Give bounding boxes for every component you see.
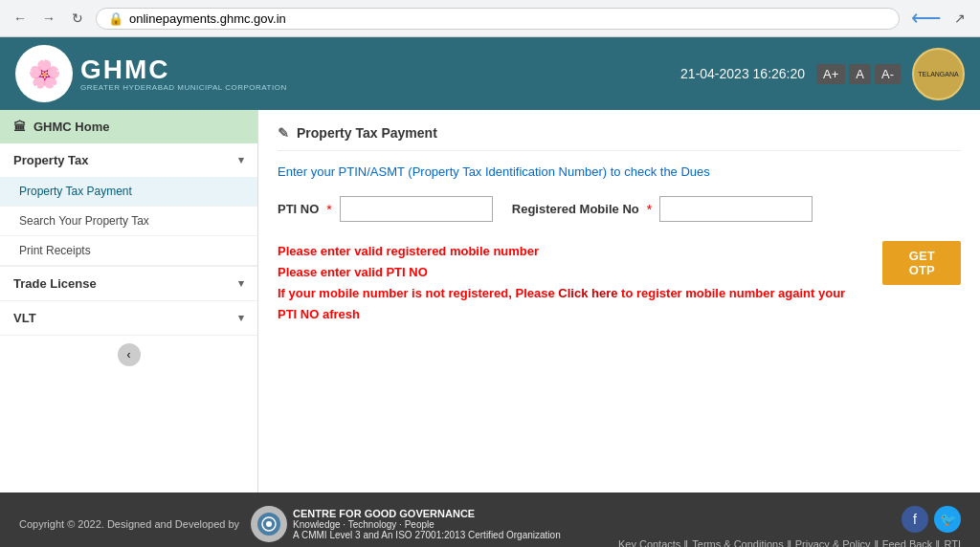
footer-links: Key Contacts ‖ Terms & Conditions ‖ Priv… bbox=[618, 538, 961, 547]
forward-button[interactable]: → bbox=[38, 8, 59, 29]
sidebar-home-label: GHMC Home bbox=[33, 120, 109, 134]
lock-icon: 🔒 bbox=[108, 11, 123, 26]
footer-link-separator: ‖ bbox=[874, 538, 882, 547]
sidebar-section-property-tax: Property Tax ▾ Property Tax Payment Sear… bbox=[0, 143, 257, 267]
property-tax-label: Property Tax bbox=[13, 153, 89, 167]
sidebar-item-print-receipts[interactable]: Print Receipts bbox=[0, 236, 257, 266]
pti-form-group: PTI NO * bbox=[278, 196, 493, 222]
sidebar-item-label: Search Your Property Tax bbox=[19, 214, 149, 228]
browser-chrome: ← → ↻ 🔒 ⟵ ↗ bbox=[0, 0, 980, 37]
font-large-button[interactable]: A+ bbox=[816, 64, 845, 84]
logo-circle: 🌸 bbox=[15, 45, 73, 102]
footer-left: Copyright © 2022. Designed and Developed… bbox=[19, 506, 561, 542]
refresh-button[interactable]: ↻ bbox=[67, 8, 88, 29]
chevron-down-icon: ▾ bbox=[238, 277, 244, 290]
sidebar-vlt-header[interactable]: VLT ▾ bbox=[0, 301, 257, 335]
page-title: Property Tax Payment bbox=[297, 125, 437, 141]
error-pti: Please enter valid PTI NO bbox=[278, 262, 858, 283]
trade-license-label: Trade License bbox=[13, 276, 97, 291]
svg-point-2 bbox=[266, 521, 272, 527]
cgg-logo-icon bbox=[251, 506, 287, 542]
logo-text-area: GHMC GREATER HYDERABAD MUNICIPAL CORPORA… bbox=[80, 56, 287, 92]
state-emblem: TELANGANA bbox=[912, 48, 965, 100]
footer-link-terms[interactable]: Terms & Conditions bbox=[692, 538, 783, 547]
home-icon: 🏛 bbox=[13, 120, 26, 134]
copyright-text: Copyright © 2022. Designed and Developed… bbox=[19, 518, 239, 530]
mobile-required-star: * bbox=[647, 202, 652, 217]
footer-right: f 🐦 Key Contacts ‖ Terms & Conditions ‖ … bbox=[618, 506, 961, 547]
scroll-left-button[interactable]: ‹ bbox=[118, 343, 141, 366]
footer: Copyright © 2022. Designed and Developed… bbox=[0, 492, 980, 547]
vlt-label: VLT bbox=[13, 311, 36, 325]
sidebar-item-label: Property Tax Payment bbox=[19, 185, 132, 198]
facebook-button[interactable]: f bbox=[902, 506, 928, 533]
header-right: 21-04-2023 16:26:20 A+ A A- TELANGANA bbox=[680, 48, 965, 100]
footer-link-feedback[interactable]: Feed Back bbox=[882, 538, 933, 547]
error-register: If your mobile number is not registered,… bbox=[278, 283, 858, 325]
footer-top: Copyright © 2022. Designed and Developed… bbox=[19, 506, 961, 547]
form-row: PTI NO * Registered Mobile No * bbox=[278, 196, 961, 222]
pti-input[interactable] bbox=[340, 196, 493, 222]
url-input[interactable] bbox=[129, 11, 887, 26]
logo-area: 🌸 GHMC GREATER HYDERABAD MUNICIPAL CORPO… bbox=[15, 45, 287, 102]
mobile-form-group: Registered Mobile No * bbox=[512, 196, 813, 222]
logo-flower-icon: 🌸 bbox=[28, 58, 61, 90]
click-here-link[interactable]: Click here bbox=[558, 286, 617, 300]
error-block: Please enter valid registered mobile num… bbox=[278, 241, 858, 325]
info-text: Enter your PTIN/ASMT (Property Tax Ident… bbox=[278, 164, 961, 179]
sidebar-section-vlt: VLT ▾ bbox=[0, 301, 257, 336]
font-controls: A+ A A- bbox=[816, 64, 901, 84]
footer-link-key-contacts[interactable]: Key Contacts bbox=[618, 538, 680, 547]
sidebar-item-label: Print Receipts bbox=[19, 244, 91, 257]
mobile-label: Registered Mobile No bbox=[512, 202, 639, 216]
error-mobile: Please enter valid registered mobile num… bbox=[278, 241, 858, 262]
sidebar-trade-license-header[interactable]: Trade License ▾ bbox=[0, 267, 257, 300]
error-otp-row: Please enter valid registered mobile num… bbox=[278, 241, 961, 339]
logo-sub-text: GREATER HYDERABAD MUNICIPAL CORPORATION bbox=[80, 83, 287, 92]
footer-social: f 🐦 bbox=[902, 506, 961, 533]
main-layout: 🏛 GHMC Home Property Tax ▾ Property Tax … bbox=[0, 110, 980, 492]
get-otp-button[interactable]: GET OTP bbox=[882, 241, 961, 285]
sidebar-section-trade-license: Trade License ▾ bbox=[0, 267, 257, 301]
site-header: 🌸 GHMC GREATER HYDERABAD MUNICIPAL CORPO… bbox=[0, 37, 980, 110]
cgg-title: CENTRE FOR GOOD GOVERNANCE bbox=[293, 508, 561, 519]
cgg-text-area: CENTRE FOR GOOD GOVERNANCE Knowledge · T… bbox=[293, 508, 561, 540]
footer-link-rti[interactable]: RTI bbox=[944, 538, 961, 547]
pti-required-star: * bbox=[326, 202, 331, 217]
footer-link-separator: ‖ bbox=[683, 538, 692, 547]
sidebar-item-home[interactable]: 🏛 GHMC Home bbox=[0, 110, 257, 143]
font-small-button[interactable]: A- bbox=[875, 64, 901, 84]
annotation-arrow: ⟵ bbox=[911, 6, 942, 31]
edit-icon: ✎ bbox=[278, 125, 289, 141]
sidebar-item-search-property-tax[interactable]: Search Your Property Tax bbox=[0, 207, 257, 236]
error-register-prefix: If your mobile number is not registered,… bbox=[278, 286, 558, 300]
sidebar: 🏛 GHMC Home Property Tax ▾ Property Tax … bbox=[0, 110, 258, 492]
mobile-input[interactable] bbox=[659, 196, 813, 222]
content-title-bar: ✎ Property Tax Payment bbox=[278, 125, 961, 151]
sidebar-item-property-tax-payment[interactable]: Property Tax Payment bbox=[0, 177, 257, 207]
chevron-down-icon: ▾ bbox=[238, 154, 244, 166]
font-normal-button[interactable]: A bbox=[849, 64, 871, 84]
content-area: ✎ Property Tax Payment Enter your PTIN/A… bbox=[258, 110, 980, 492]
sidebar-scroll-area: ‹ bbox=[0, 336, 257, 374]
back-button[interactable]: ← bbox=[10, 8, 31, 29]
chevron-down-icon: ▾ bbox=[238, 312, 244, 324]
share-button[interactable]: ↗ bbox=[949, 8, 970, 29]
sidebar-property-tax-header[interactable]: Property Tax ▾ bbox=[0, 143, 257, 177]
address-bar: 🔒 bbox=[96, 8, 900, 30]
logo-main-text: GHMC bbox=[80, 56, 287, 83]
footer-link-privacy[interactable]: Privacy & Policy bbox=[795, 538, 871, 547]
cgg-tagline: Knowledge · Technology · People bbox=[293, 519, 561, 530]
cgg-logo: CENTRE FOR GOOD GOVERNANCE Knowledge · T… bbox=[251, 506, 561, 542]
twitter-button[interactable]: 🐦 bbox=[934, 506, 961, 533]
footer-link-separator: ‖ bbox=[787, 538, 795, 547]
datetime-display: 21-04-2023 16:26:20 bbox=[680, 66, 805, 81]
cgg-cert: A CMMI Level 3 and An ISO 27001:2013 Cer… bbox=[293, 530, 561, 540]
otp-button-area: GET OTP bbox=[873, 241, 961, 285]
pti-label: PTI NO bbox=[278, 202, 319, 216]
